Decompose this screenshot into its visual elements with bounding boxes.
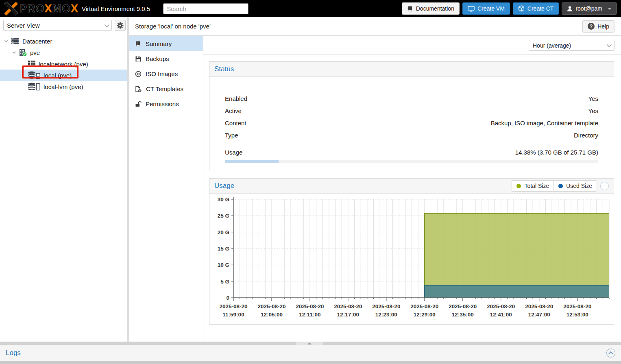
timeframe-select[interactable]: Hour (average)	[529, 40, 614, 51]
usage-panel-title: Usage	[214, 182, 234, 190]
create-ct-button[interactable]: Create CT	[513, 2, 559, 15]
status-value: Directory	[574, 132, 598, 139]
menu-item-summary[interactable]: Summary	[129, 36, 203, 51]
help-label: Help	[597, 23, 609, 30]
expander-chevron-icon[interactable]	[3, 38, 9, 44]
user-icon	[567, 6, 573, 12]
chevron-up-icon	[608, 351, 613, 355]
summary-content: Hour (average) Status Enabled Yes Active…	[203, 36, 621, 342]
logs-expand-button[interactable]	[606, 349, 615, 357]
page-title: Storage 'local' on node 'pve'	[135, 23, 211, 30]
status-value: Yes	[588, 107, 598, 114]
svg-text:25 G: 25 G	[218, 213, 229, 219]
status-value: Backup, ISO image, Container template	[491, 120, 598, 126]
status-label: Type	[225, 132, 238, 139]
tree-item-label: local-lvm (pve)	[44, 83, 83, 90]
help-button[interactable]: ? Help	[582, 20, 614, 33]
status-row-active: Active Yes	[209, 105, 614, 117]
svg-text:20 G: 20 G	[218, 229, 229, 235]
svg-text:11:59:00: 11:59:00	[222, 312, 244, 318]
proxmox-logo: PROXMOX Virtual Environment 9.0.5	[4, 2, 150, 15]
tree-item-pve[interactable]: pve	[0, 47, 127, 58]
status-label: Active	[225, 107, 242, 114]
unlock-icon	[135, 101, 142, 107]
status-label: Enabled	[225, 95, 247, 102]
documentation-button[interactable]: Documentation	[402, 2, 460, 15]
legend-item-total-size[interactable]: Total Size	[512, 181, 553, 191]
view-selector-combobox[interactable]: Server View	[3, 20, 112, 31]
storage-menu: Summary Backups ISO Images	[129, 36, 203, 342]
legend-label: Total Size	[524, 183, 549, 189]
template-icon	[135, 86, 142, 92]
tree-item-localnetwork[interactable]: localnetwork (pve)	[0, 58, 127, 70]
svg-text:12:11:00: 12:11:00	[299, 312, 320, 318]
usage-panel-header: Usage Total Size Used Size −	[209, 179, 614, 194]
menu-item-label: CT Templates	[146, 85, 183, 92]
svg-text:30 G: 30 G	[218, 196, 229, 203]
tree-item-datacenter[interactable]: Datacenter	[0, 35, 127, 47]
triangle-up-icon	[307, 342, 312, 344]
tree-item-label: pve	[30, 49, 40, 56]
svg-text:12:41:00: 12:41:00	[490, 312, 512, 318]
cube-icon	[518, 5, 525, 12]
status-label: Content	[225, 120, 246, 126]
status-row-usage: Usage 14.38% (3.70 GB of 25.71 GB)	[209, 146, 614, 158]
node-icon	[19, 49, 27, 57]
tree-item-label: Datacenter	[22, 38, 52, 45]
expander-chevron-icon[interactable]	[11, 50, 17, 55]
svg-text:10 G: 10 G	[218, 262, 229, 268]
legend-dot-total	[516, 184, 521, 188]
svg-text:12:53:00: 12:53:00	[567, 312, 588, 318]
status-label: Usage	[225, 149, 242, 156]
user-menu-button[interactable]: root@pam	[562, 2, 617, 15]
tree-item-local-lvm[interactable]: local-lvm (pve)	[0, 81, 127, 92]
create-vm-label: Create VM	[477, 5, 505, 12]
svg-text:12:17:00: 12:17:00	[337, 312, 359, 318]
resource-tree: Datacenter pve	[0, 35, 127, 92]
app-header: PROXMOX Virtual Environment 9.0.5 Docume…	[0, 0, 621, 17]
legend-item-used-size[interactable]: Used Size	[553, 181, 597, 191]
book-icon	[135, 41, 142, 47]
svg-text:2025-08-20: 2025-08-20	[487, 303, 515, 310]
menu-item-label: ISO Images	[146, 70, 178, 77]
svg-text:12:05:00: 12:05:00	[261, 312, 283, 318]
tree-settings-button[interactable]	[115, 20, 126, 31]
create-vm-button[interactable]: Create VM	[462, 2, 510, 15]
proxmox-x-icon	[4, 2, 18, 15]
content-toolbar: Hour (average)	[203, 36, 621, 54]
tree-item-label: localnetwork (pve)	[39, 61, 88, 68]
menu-item-iso-images[interactable]: ISO Images	[129, 66, 203, 81]
view-selector-value: Server View	[7, 22, 40, 29]
menu-item-backups[interactable]: Backups	[129, 51, 203, 66]
floppy-icon	[135, 56, 142, 62]
menu-item-ct-templates[interactable]: CT Templates	[129, 81, 203, 96]
menu-item-permissions[interactable]: Permissions	[129, 96, 203, 111]
svg-text:12:47:00: 12:47:00	[528, 312, 550, 318]
logs-splitter[interactable]	[0, 342, 621, 345]
usage-progressbar	[225, 160, 598, 163]
svg-text:2025-08-20: 2025-08-20	[257, 303, 285, 310]
logs-splitter-handle[interactable]	[296, 342, 323, 345]
svg-text:2025-08-20: 2025-08-20	[296, 303, 324, 310]
svg-text:2025-08-20: 2025-08-20	[334, 303, 362, 310]
usage-progressbar-fill	[225, 160, 279, 163]
panel-collapse-button[interactable]: −	[600, 182, 609, 190]
gear-icon	[117, 22, 124, 29]
status-panel: Status Enabled Yes Active Yes Content Ba…	[209, 61, 614, 171]
brand-wordmark: PROXMOX	[20, 2, 78, 15]
svg-text:2025-08-20: 2025-08-20	[410, 303, 438, 310]
status-panel-body: Enabled Yes Active Yes Content Backup, I…	[209, 77, 614, 163]
svg-text:2025-08-20: 2025-08-20	[525, 303, 553, 310]
svg-text:2025-08-20: 2025-08-20	[372, 303, 400, 310]
chevron-down-icon	[105, 22, 110, 28]
svg-text:12:35:00: 12:35:00	[452, 312, 474, 318]
user-label: root@pam	[575, 5, 602, 12]
legend-dot-used	[558, 184, 563, 188]
version-label: Virtual Environment 9.0.5	[82, 5, 150, 12]
status-panel-header: Status	[209, 62, 614, 77]
bottom-strip	[0, 361, 621, 364]
svg-text:2025-08-20: 2025-08-20	[219, 303, 247, 310]
tree-item-local[interactable]: local (pve)	[0, 70, 127, 81]
search-input[interactable]	[163, 3, 248, 14]
legend-label: Used Size	[566, 183, 592, 189]
